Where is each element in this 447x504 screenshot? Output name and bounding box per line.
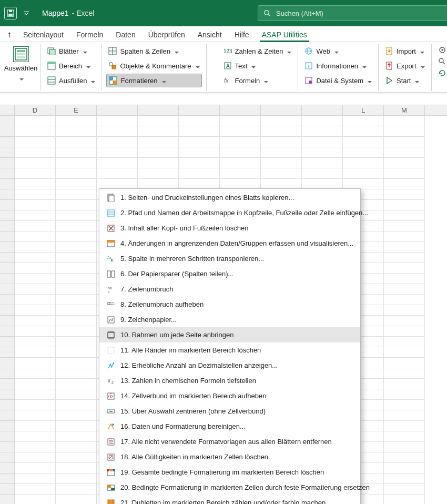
- cell[interactable]: [138, 126, 179, 137]
- col-header[interactable]: [97, 105, 138, 115]
- col-header[interactable]: [302, 105, 343, 115]
- cell[interactable]: [56, 410, 97, 421]
- objects-comments-button[interactable]: Objekte & Kommentare: [106, 59, 201, 73]
- cell[interactable]: [220, 168, 261, 179]
- menu-item-15[interactable]: 15. Über Auswahl zentrieren (ohne Zellve…: [99, 404, 360, 419]
- cell[interactable]: [15, 295, 56, 305]
- cell[interactable]: [179, 126, 220, 137]
- cell[interactable]: [179, 147, 220, 158]
- cell[interactable]: [220, 147, 261, 158]
- cell[interactable]: [15, 189, 56, 200]
- cell[interactable]: [384, 358, 425, 368]
- cell[interactable]: [343, 147, 384, 158]
- tab-ueberpruefen[interactable]: Überprüfen: [142, 27, 191, 42]
- cell[interactable]: [220, 137, 261, 147]
- cell[interactable]: [302, 168, 343, 179]
- cell[interactable]: [384, 337, 425, 347]
- cell[interactable]: [384, 305, 425, 316]
- cell[interactable]: [15, 253, 56, 263]
- tab-asap-utilities[interactable]: ASAP Utilities: [256, 27, 313, 42]
- menu-item-1[interactable]: 1. Seiten- und Druckeinstellungen eines …: [99, 190, 360, 205]
- cell[interactable]: [384, 274, 425, 284]
- cell[interactable]: [384, 116, 425, 126]
- cell[interactable]: [384, 473, 425, 484]
- menu-item-2[interactable]: 2. Pfad und Namen der Arbeitsmappe in Ko…: [99, 205, 360, 220]
- format-button[interactable]: Formatieren: [106, 74, 201, 87]
- cell[interactable]: [384, 126, 425, 137]
- menu-item-17[interactable]: 17. Alle nicht verwendete Formatvorlagen…: [99, 434, 360, 449]
- qat-customize-button[interactable]: [21, 7, 32, 19]
- cell[interactable]: [302, 158, 343, 168]
- cell[interactable]: [15, 389, 56, 400]
- col-header[interactable]: E: [56, 105, 97, 115]
- asap-options-button[interactable]: ASAP Utilities O: [436, 44, 447, 56]
- cell[interactable]: [56, 431, 97, 442]
- cell[interactable]: [384, 179, 425, 189]
- cell[interactable]: [261, 168, 302, 179]
- cell[interactable]: [384, 410, 425, 421]
- cell[interactable]: [384, 158, 425, 168]
- cell[interactable]: [15, 421, 56, 431]
- cell[interactable]: [384, 316, 425, 326]
- cell[interactable]: [15, 263, 56, 274]
- cell[interactable]: [384, 326, 425, 337]
- menu-item-7[interactable]: abc7. Zeilenumbruch: [99, 281, 360, 297]
- cols-rows-button[interactable]: Spalten & Zeilen: [106, 44, 201, 58]
- cell[interactable]: [138, 137, 179, 147]
- cell[interactable]: [384, 221, 425, 231]
- menu-item-12[interactable]: 12. Erhebliche Anzahl an Dezimalstellen …: [99, 358, 360, 373]
- menu-item-6[interactable]: 6. Der Papiersparer (Spalten teilen)...: [99, 266, 360, 281]
- select-all-corner[interactable]: [0, 105, 15, 115]
- menu-item-3[interactable]: 3. Inhalt aller Kopf- und Fußzeilen lösc…: [99, 220, 360, 236]
- fill-button[interactable]: Ausfüllen: [45, 74, 97, 87]
- cell[interactable]: [384, 389, 425, 400]
- col-header[interactable]: [261, 105, 302, 115]
- cell[interactable]: [15, 242, 56, 253]
- cell[interactable]: [56, 379, 97, 389]
- cell[interactable]: [15, 358, 56, 368]
- cell[interactable]: [384, 147, 425, 158]
- menu-item-16[interactable]: 16. Daten und Formatierung bereinigen...: [99, 419, 360, 434]
- menu-item-21[interactable]: 21. Dubletten im markierten Bereich zähl…: [99, 495, 360, 504]
- numbers-times-button[interactable]: 123 Zahlen & Zeiten: [221, 44, 294, 58]
- cell[interactable]: [97, 126, 138, 137]
- tab-hilfe[interactable]: Hilfe: [228, 27, 256, 42]
- cell[interactable]: [384, 452, 425, 463]
- cell[interactable]: [138, 116, 179, 126]
- cell[interactable]: [56, 137, 97, 147]
- cell[interactable]: [384, 484, 425, 495]
- tab-ansicht[interactable]: Ansicht: [191, 27, 228, 42]
- cell[interactable]: [56, 158, 97, 168]
- cell[interactable]: [56, 116, 97, 126]
- sheets-button[interactable]: Blätter: [45, 44, 97, 58]
- cell[interactable]: [384, 463, 425, 473]
- cell[interactable]: [384, 368, 425, 379]
- cell[interactable]: [15, 126, 56, 137]
- menu-item-19[interactable]: 19. Gesamte bedingte Formatierung im mar…: [99, 465, 360, 480]
- cell[interactable]: [97, 179, 138, 189]
- tab-daten[interactable]: Daten: [109, 27, 141, 42]
- cell[interactable]: [220, 116, 261, 126]
- range-button[interactable]: Bereich: [45, 59, 97, 73]
- cell[interactable]: [179, 168, 220, 179]
- cell[interactable]: [15, 410, 56, 421]
- cell[interactable]: [97, 158, 138, 168]
- cell[interactable]: [138, 179, 179, 189]
- cell[interactable]: [15, 231, 56, 242]
- export-button[interactable]: Export: [383, 59, 427, 73]
- col-header[interactable]: D: [15, 105, 56, 115]
- web-button[interactable]: Web: [302, 44, 374, 58]
- formulas-button[interactable]: fx Formeln: [221, 74, 294, 87]
- cell[interactable]: [56, 231, 97, 242]
- cell[interactable]: [56, 326, 97, 337]
- cell[interactable]: [15, 337, 56, 347]
- cell[interactable]: [56, 442, 97, 452]
- cell[interactable]: [138, 158, 179, 168]
- menu-item-13[interactable]: x213. Zahlen in chemischen Formeln tiefs…: [99, 373, 360, 388]
- cell[interactable]: [384, 263, 425, 274]
- cell[interactable]: [56, 295, 97, 305]
- cell[interactable]: [302, 126, 343, 137]
- cell[interactable]: [343, 179, 384, 189]
- import-button[interactable]: Import: [383, 44, 427, 58]
- cell[interactable]: [179, 116, 220, 126]
